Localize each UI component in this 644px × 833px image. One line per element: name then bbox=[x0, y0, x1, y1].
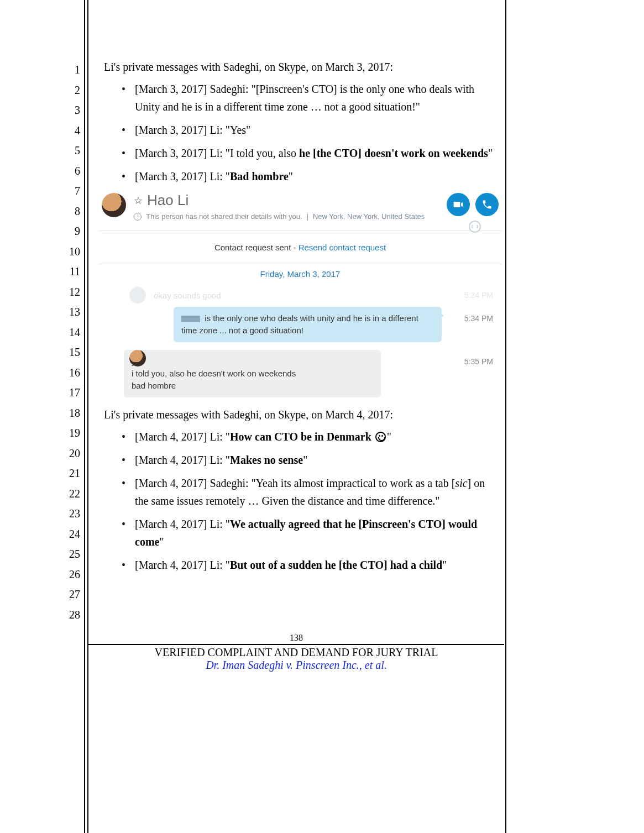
incoming-line-1: yes bbox=[132, 355, 373, 368]
skype-header: ☆ Hao Li This person has not shared thei… bbox=[98, 191, 502, 227]
legal-page: 1234567891011121314151617181920212223242… bbox=[0, 0, 644, 833]
line-number-gutter: 1234567891011121314151617181920212223242… bbox=[64, 60, 80, 625]
line-number: 22 bbox=[64, 484, 80, 504]
outgoing-message-row: is the only one who deals with unity and… bbox=[102, 307, 499, 342]
bullet-bold: But out of a sudden he [the CTO] had a c… bbox=[230, 559, 442, 571]
footer-title: VERIFIED COMPLAINT AND DEMAND FOR JURY T… bbox=[88, 646, 504, 659]
bullet-bold: Makes no sense bbox=[230, 454, 303, 466]
bullet-suffix: " bbox=[159, 536, 164, 548]
avatar-small bbox=[129, 287, 146, 303]
line-number: 25 bbox=[64, 544, 80, 564]
line-number: 19 bbox=[64, 423, 80, 443]
outgoing-time: 5:34 PM bbox=[464, 311, 493, 326]
faded-message-text: okay sounds good bbox=[154, 288, 221, 303]
list-item: [March 3, 2017] Li: "Yes" bbox=[122, 121, 499, 139]
intro-paragraph-2: Li's private messages with Sadeghi, on S… bbox=[104, 407, 499, 422]
bullet-sic: sic bbox=[455, 477, 467, 489]
phone-icon bbox=[481, 199, 493, 210]
intro-paragraph-1: Li's private messages with Sadeghi, on S… bbox=[104, 60, 499, 75]
bullet-bold: Bad hombre bbox=[230, 170, 289, 182]
line-number: 26 bbox=[64, 564, 80, 585]
line-number: 21 bbox=[64, 463, 80, 484]
header-subtitle: This person has not shared their details… bbox=[134, 209, 447, 224]
contact-location: New York, New York, United States bbox=[313, 209, 425, 224]
bullet-text: [March 3, 2017] Li: "Yes" bbox=[135, 124, 250, 136]
bullet-prefix: [March 4, 2017] Li: " bbox=[135, 454, 230, 466]
incoming-message-row: yes i told you, also he doesn't work on … bbox=[102, 350, 499, 397]
list-item: [March 3, 2017] Li: "I told you, also he… bbox=[122, 144, 499, 162]
bullet-suffix: " bbox=[289, 170, 293, 182]
incoming-line-3: bad hombre bbox=[132, 380, 373, 392]
line-number: 28 bbox=[64, 605, 80, 625]
faded-prior-message: okay sounds good 5:34 PM bbox=[129, 287, 499, 303]
line-number: 24 bbox=[64, 524, 80, 544]
line-number: 2 bbox=[64, 80, 80, 101]
bullet-text-a: [March 4, 2017] Sadeghi: "Yeah its almos… bbox=[135, 477, 455, 489]
bullet-suffix: " bbox=[442, 559, 447, 571]
bullet-prefix: [March 3, 2017] Li: "I told you, also bbox=[135, 147, 299, 159]
list-item: [March 3, 2017] Sadeghi: "[Pinscreen's C… bbox=[122, 80, 499, 116]
globe-icon[interactable] bbox=[469, 221, 481, 233]
line-number: 15 bbox=[64, 342, 80, 363]
line-number: 10 bbox=[64, 242, 80, 262]
list-item: [March 4, 2017] Li: "How can CTO be in D… bbox=[122, 428, 499, 446]
message-area: Friday, March 3, 2017 okay sounds good 5… bbox=[98, 264, 502, 397]
smiley-icon bbox=[375, 432, 386, 442]
video-call-button[interactable] bbox=[447, 193, 470, 216]
line-number: 5 bbox=[64, 140, 80, 161]
line-number: 4 bbox=[64, 121, 80, 141]
skype-screenshot: ☆ Hao Li This person has not shared thei… bbox=[98, 191, 502, 397]
bullet-prefix: [March 3, 2017] Li: " bbox=[135, 170, 230, 182]
video-icon bbox=[453, 199, 464, 210]
bullet-bold: he [the CTO] doesn't work on weekends bbox=[299, 147, 488, 159]
line-number: 6 bbox=[64, 161, 80, 181]
outgoing-text: is the only one who deals with unity and… bbox=[181, 313, 418, 335]
incoming-time: 5:35 PM bbox=[464, 354, 493, 369]
line-number: 16 bbox=[64, 363, 80, 383]
incoming-line-2: i told you, also he doesn't work on week… bbox=[132, 368, 373, 380]
page-content: Li's private messages with Sadeghi, on S… bbox=[104, 60, 499, 579]
header-text-block: ☆ Hao Li This person has not shared thei… bbox=[134, 193, 447, 224]
list-item: [March 4, 2017] Li: "But out of a sudden… bbox=[122, 556, 499, 574]
line-number: 23 bbox=[64, 504, 80, 524]
call-buttons bbox=[447, 193, 499, 216]
list-item: [March 3, 2017] Li: "Bad hombre" bbox=[122, 167, 499, 185]
bullet-list-march4: [March 4, 2017] Li: "How can CTO be in D… bbox=[104, 428, 499, 574]
faded-message-time: 5:34 PM bbox=[464, 288, 493, 303]
star-icon[interactable]: ☆ bbox=[134, 196, 143, 206]
footer-case-name: Dr. Iman Sadeghi v. Pinscreen Inc., et a… bbox=[88, 659, 504, 672]
vertical-rule-right bbox=[505, 0, 506, 833]
header-name-row: ☆ Hao Li bbox=[134, 193, 447, 208]
audio-call-button[interactable] bbox=[475, 193, 499, 216]
bullet-prefix: [March 4, 2017] Li: " bbox=[135, 431, 230, 443]
incoming-bubble: yes i told you, also he doesn't work on … bbox=[124, 350, 381, 397]
date-divider: Friday, March 3, 2017 bbox=[102, 264, 499, 287]
vertical-rule-1 bbox=[84, 0, 85, 833]
bullet-suffix: " bbox=[387, 431, 391, 443]
contact-name: Hao Li bbox=[147, 193, 189, 208]
outgoing-bubble: is the only one who deals with unity and… bbox=[174, 307, 442, 342]
line-number: 3 bbox=[64, 100, 80, 121]
bullet-prefix: [March 4, 2017] Li: " bbox=[135, 559, 230, 571]
list-item: [March 4, 2017] Sadeghi: "Yeah its almos… bbox=[122, 474, 499, 510]
bullet-suffix: " bbox=[303, 454, 307, 466]
header-separator bbox=[98, 230, 502, 231]
line-number: 13 bbox=[64, 302, 80, 322]
bullet-bold: How can CTO be in Denmark bbox=[230, 431, 374, 443]
contact-request-row: Contact request sent - Resend contact re… bbox=[98, 231, 502, 260]
resend-prefix: Contact request sent - bbox=[214, 243, 299, 252]
page-number: 138 bbox=[88, 633, 504, 643]
line-number: 8 bbox=[64, 201, 80, 222]
vertical-rule-2 bbox=[87, 0, 88, 833]
footer-rule bbox=[88, 644, 504, 645]
line-number: 1 bbox=[64, 60, 80, 80]
list-item: [March 4, 2017] Li: "We actually agreed … bbox=[122, 515, 499, 551]
list-item: [March 4, 2017] Li: "Makes no sense" bbox=[122, 451, 499, 469]
avatar-small-hao bbox=[129, 350, 146, 366]
bullet-text: [March 3, 2017] Sadeghi: "[Pinscreen's C… bbox=[135, 83, 474, 113]
line-number: 9 bbox=[64, 221, 80, 242]
line-number: 17 bbox=[64, 383, 80, 403]
resend-link[interactable]: Resend contact request bbox=[299, 243, 386, 252]
avatar[interactable] bbox=[102, 193, 126, 217]
line-number: 7 bbox=[64, 181, 80, 201]
